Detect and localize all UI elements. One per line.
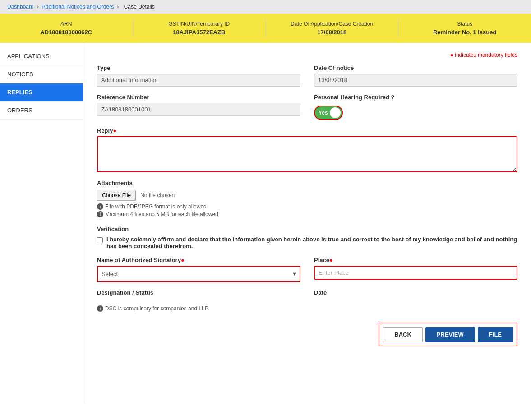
designation-group: Designation / Status (97, 289, 300, 298)
header-gstin: GSTIN/UIN/Temporary ID 18AJIPA1572EAZB (133, 19, 266, 37)
auth-place-row: Name of Authorized Signatory● Select Pla… (97, 257, 517, 282)
choose-file-button[interactable]: Choose File (97, 190, 136, 201)
no-file-text: No file chosen (140, 192, 175, 198)
toggle-container: Yes (314, 106, 517, 120)
dsc-info: i DSC is compulsory for companies and LL… (97, 305, 517, 312)
action-area: BACK PREVIEW FILE (97, 312, 517, 346)
reply-label-text: Reply (97, 127, 113, 134)
type-label: Type (97, 65, 300, 71)
preview-button[interactable]: PREVIEW (425, 327, 475, 342)
file-upload-row: Choose File No file chosen (97, 190, 517, 201)
sidebar-item-orders[interactable]: ORDERS (0, 102, 83, 120)
mandatory-note: ● indicates mandatory fields (97, 52, 517, 58)
sidebar: APPLICATIONS NOTICES REPLIES ORDERS (0, 43, 83, 404)
verification-section: Verification I hereby solemnly affirm an… (97, 226, 517, 249)
file-button[interactable]: FILE (478, 327, 513, 342)
ref-input (97, 103, 300, 116)
ref-hearing-row: Reference Number Personal Hearing Requir… (97, 94, 517, 120)
ref-group: Reference Number (97, 94, 300, 120)
verification-label: Verification (97, 226, 517, 232)
main-layout: APPLICATIONS NOTICES REPLIES ORDERS ● in… (0, 43, 531, 404)
auth-label: Name of Authorized Signatory● (97, 257, 300, 263)
date2-label: Date (314, 289, 517, 296)
verify-text: I hereby solemnly affirm and declare tha… (106, 236, 517, 249)
sidebar-item-replies[interactable]: REPLIES (0, 83, 83, 102)
designation-label: Designation / Status (97, 289, 300, 296)
sidebar-item-notices[interactable]: NOTICES (0, 65, 83, 83)
type-group: Type (97, 65, 300, 87)
breadcrumb-dashboard[interactable]: Dashboard (7, 4, 34, 10)
file-info-1: i File with PDF/JPEG format is only allo… (97, 203, 517, 210)
designation-date-row: Designation / Status Date (97, 289, 517, 298)
place-label: Place● (314, 257, 517, 263)
action-buttons: BACK PREVIEW FILE (379, 323, 517, 346)
toggle-knob (330, 107, 341, 118)
date-notice-label: Date Of notice (314, 65, 517, 71)
breadcrumb-additional[interactable]: Additional Notices and Orders (42, 4, 114, 10)
verify-check-row: I hereby solemnly affirm and declare tha… (97, 236, 517, 249)
place-input[interactable] (314, 266, 517, 280)
info-icon-1: i (97, 203, 103, 210)
reply-textarea[interactable] (97, 136, 517, 172)
sidebar-item-applications[interactable]: APPLICATIONS (0, 47, 83, 65)
hearing-label: Personal Hearing Required ? (314, 94, 517, 101)
auth-select-wrapper: Select (97, 266, 300, 282)
file-info-2: i Maximum 4 files and 5 MB for each file… (97, 211, 517, 217)
ref-label: Reference Number (97, 94, 300, 101)
date-notice-group: Date Of notice (314, 65, 517, 87)
back-button[interactable]: BACK (383, 327, 423, 342)
verify-checkbox[interactable] (97, 237, 103, 244)
breadcrumb: Dashboard › Additional Notices and Order… (0, 0, 531, 14)
header-bar: ARN AD180818000062C GSTIN/UIN/Temporary … (0, 14, 531, 43)
attachments-label: Attachments (97, 180, 517, 186)
auth-select[interactable]: Select (97, 266, 300, 282)
breadcrumb-current: Case Details (124, 4, 155, 10)
info-icon-2: i (97, 211, 103, 217)
auth-group: Name of Authorized Signatory● Select (97, 257, 300, 282)
hearing-toggle[interactable]: Yes (314, 106, 343, 120)
toggle-yes-label: Yes (319, 110, 328, 116)
date2-group: Date (314, 289, 517, 298)
dsc-info-icon: i (97, 305, 103, 312)
type-date-row: Type Date Of notice (97, 65, 517, 87)
reply-group: Reply● (97, 127, 517, 172)
hearing-group: Personal Hearing Required ? Yes (314, 94, 517, 120)
attachments-section: Attachments Choose File No file chosen i… (97, 180, 517, 217)
header-arn: ARN AD180818000062C (0, 19, 133, 37)
place-group: Place● (314, 257, 517, 282)
header-date: Date Of Application/Case Creation 17/08/… (266, 19, 399, 37)
date-notice-input (314, 74, 517, 87)
header-status: Status Reminder No. 1 issued (399, 19, 531, 37)
type-input (97, 74, 300, 87)
content-area: ● indicates mandatory fields Type Date O… (83, 43, 531, 404)
